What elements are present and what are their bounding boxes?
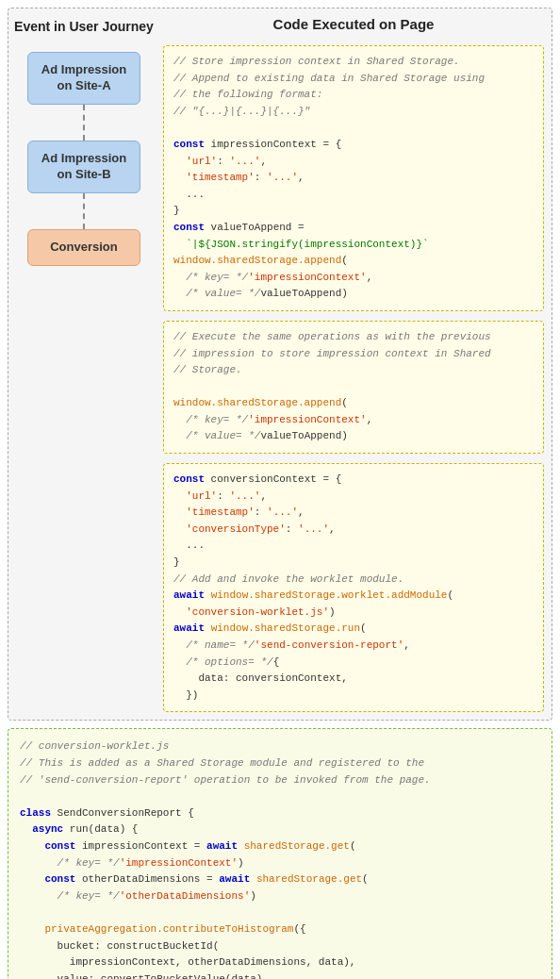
keyword: const bbox=[44, 840, 75, 852]
comment: /* options= */ bbox=[186, 656, 272, 668]
template-str: `|${JSON.stringify(impressionContext)}` bbox=[186, 239, 428, 250]
bottom-section: // conversion-worklet.js // This is adde… bbox=[8, 728, 552, 979]
main-container: Event in User Journey Ad Impression on S… bbox=[0, 0, 560, 979]
code-pre-3: const conversionContext = { 'url': '...'… bbox=[173, 472, 534, 704]
left-column: Event in User Journey Ad Impression on S… bbox=[8, 8, 159, 720]
func: sharedStorage.get bbox=[256, 873, 362, 885]
keyword: async bbox=[32, 823, 63, 835]
dashed-line-2 bbox=[83, 193, 85, 229]
string: '...' bbox=[267, 172, 298, 183]
string: '...' bbox=[229, 490, 260, 502]
code-pre-2: // Execute the same operations as with t… bbox=[173, 329, 534, 445]
comment: /* key= */ bbox=[58, 890, 120, 902]
func: window.sharedStorage.append bbox=[173, 255, 341, 266]
keyword: await bbox=[173, 589, 205, 601]
string: 'impressionContext' bbox=[248, 272, 366, 283]
func: window.sharedStorage.run bbox=[211, 622, 360, 634]
keyword: await bbox=[219, 873, 250, 885]
string: 'timestamp' bbox=[186, 506, 255, 518]
comment: // Execute the same operations as with t… bbox=[173, 331, 491, 375]
string: 'url' bbox=[186, 156, 217, 167]
comment: /* key= */ bbox=[186, 414, 248, 425]
code-block-2: // Execute the same operations as with t… bbox=[163, 321, 544, 454]
journey-box-site-a: Ad Impression on Site-A bbox=[27, 52, 140, 105]
keyword: const bbox=[173, 222, 205, 233]
keyword: await bbox=[206, 840, 238, 852]
code-block-3: const conversionContext = { 'url': '...'… bbox=[163, 463, 544, 712]
string: 'otherDataDimensions' bbox=[120, 890, 251, 902]
string: 'timestamp' bbox=[186, 172, 255, 183]
comment: // Store impression context in Shared St… bbox=[173, 56, 485, 117]
comment: /* value= */ bbox=[186, 288, 260, 299]
string: 'impressionContext' bbox=[120, 857, 238, 869]
string: 'conversionType' bbox=[186, 523, 286, 535]
journey-box-conversion: Conversion bbox=[27, 229, 140, 266]
func: window.sharedStorage.worklet.addModule bbox=[211, 589, 448, 601]
bottom-comment-1: // conversion-worklet.js // This is adde… bbox=[20, 740, 431, 785]
journey-items: Ad Impression on Site-A Ad Impression on… bbox=[14, 52, 154, 710]
code-block-1: // Store impression context in Shared St… bbox=[163, 45, 544, 311]
bottom-code-pre: // conversion-worklet.js // This is adde… bbox=[20, 738, 540, 979]
left-header: Event in User Journey bbox=[14, 18, 154, 35]
dashed-line-1 bbox=[83, 105, 85, 141]
top-section: Event in User Journey Ad Impression on S… bbox=[8, 8, 552, 721]
func: sharedStorage.get bbox=[244, 840, 350, 852]
string: '...' bbox=[229, 156, 260, 167]
comment: /* value= */ bbox=[186, 430, 260, 441]
keyword: await bbox=[173, 622, 205, 634]
string: 'impressionContext' bbox=[248, 414, 366, 425]
string: '...' bbox=[267, 506, 298, 518]
right-column: Code Executed on Page // Store impressio… bbox=[159, 8, 552, 720]
keyword: const bbox=[173, 139, 205, 150]
func: privateAggregation.contributeToHistogram bbox=[44, 923, 293, 935]
right-header: Code Executed on Page bbox=[163, 16, 544, 32]
keyword: class bbox=[20, 807, 51, 819]
journey-item-wrapper-a: Ad Impression on Site-A bbox=[14, 52, 154, 141]
string: 'send-conversion-report' bbox=[255, 639, 404, 651]
func: window.sharedStorage.append bbox=[173, 397, 341, 408]
keyword: const bbox=[44, 873, 75, 885]
comment: /* key= */ bbox=[186, 272, 248, 283]
keyword: const bbox=[173, 473, 205, 485]
comment: // Add and invoke the worklet module. bbox=[173, 573, 404, 585]
journey-item-wrapper-conversion: Conversion bbox=[14, 229, 154, 266]
string: 'conversion-worklet.js' bbox=[186, 606, 329, 618]
comment: /* name= */ bbox=[186, 639, 255, 651]
comment: /* key= */ bbox=[58, 857, 120, 869]
code-pre-1: // Store impression context in Shared St… bbox=[173, 54, 534, 303]
string: '...' bbox=[298, 523, 329, 535]
string: 'url' bbox=[186, 490, 217, 502]
journey-item-wrapper-b: Ad Impression on Site-B bbox=[14, 141, 154, 229]
journey-box-site-b: Ad Impression on Site-B bbox=[27, 141, 140, 193]
